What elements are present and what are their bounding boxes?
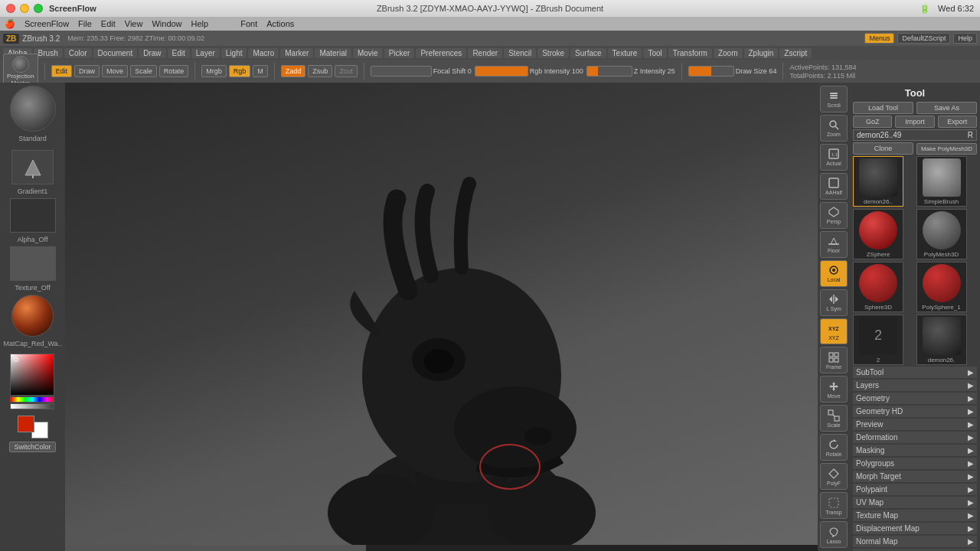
canvas-area[interactable] [65,83,818,551]
menu-zplugin[interactable]: Zplugin [744,48,779,58]
menu-render[interactable]: Render [468,48,502,58]
menu-actions[interactable]: Actions [266,19,294,28]
menu-stencil[interactable]: Stencil [504,48,536,58]
tool-thumb-2[interactable]: 2 2 [853,315,903,365]
goz-button[interactable]: GoZ [853,116,892,128]
menu-document[interactable]: Document [93,48,138,58]
alpha-swatch[interactable] [10,198,56,233]
zadd-button[interactable]: Zadd [281,65,306,77]
menus-button[interactable]: Menus [864,33,894,44]
menu-file[interactable]: File [78,19,92,28]
menu-zoom[interactable]: Zoom [714,48,743,58]
floor-button[interactable]: Floor [820,231,848,258]
uvmap-section[interactable]: UV Map ▶ [853,497,977,508]
polygroups-section[interactable]: Polygroups ▶ [853,458,977,469]
save-as-button[interactable]: Save As [916,102,977,114]
move-button[interactable]: Move [102,65,128,77]
rgb-button[interactable]: Rgb [229,65,251,77]
menu-transform[interactable]: Transform [668,48,712,58]
layers-section[interactable]: Layers ▶ [853,380,977,391]
zoom-button[interactable]: Zoom [820,115,848,142]
geometry-section[interactable]: Geometry ▶ [853,393,977,404]
persp-button[interactable]: Persp [820,202,848,229]
menu-draw[interactable]: Draw [139,48,165,58]
menu-zscript[interactable]: Zscript [779,48,812,58]
menu-marker[interactable]: Marker [280,48,313,58]
minimize-button[interactable] [20,4,29,13]
menu-stroke[interactable]: Stroke [537,48,569,58]
load-tool-button[interactable]: Load Tool [853,102,913,114]
menu-preferences[interactable]: Preferences [416,48,466,58]
zsub-button[interactable]: Zsub [308,65,332,77]
m-button[interactable]: M [253,65,268,77]
morph-target-section[interactable]: Morph Target ▶ [853,471,977,482]
menu-material[interactable]: Material [315,48,351,58]
rotate-button[interactable]: Rotate [159,65,189,77]
menu-apple[interactable]: 🍎 [5,19,15,29]
subtool-section[interactable]: SubTool ▶ [853,367,977,378]
polypaint-section[interactable]: Polypaint ▶ [853,484,977,495]
menu-surface[interactable]: Surface [570,48,606,58]
menu-font[interactable]: Font [240,19,257,28]
xyz-button[interactable]: XYZ XYZ [820,318,848,345]
mac-window-controls[interactable] [6,4,43,13]
help-button[interactable]: Help [953,33,977,44]
scale-button[interactable]: Scale [130,65,157,77]
actual-button[interactable]: 1:1 Actual [820,144,848,171]
menu-window[interactable]: Window [152,19,181,28]
normal-map-section[interactable]: Normal Map ▶ [853,536,977,547]
default-script-button[interactable]: DefaultZScript [897,33,950,44]
fg-bg-colors[interactable] [18,416,48,439]
menu-color[interactable]: Color [64,48,92,58]
lasso-button[interactable]: Lasso [820,521,848,548]
menu-macro[interactable]: Macro [248,48,279,58]
frame-button[interactable]: Frame [820,347,848,373]
rotate-side-button[interactable]: Rotate [820,434,848,461]
focal-shift-slider[interactable]: Focal Shift 0 [371,66,472,77]
gradient-swatch[interactable] [11,150,54,184]
export-button[interactable]: Export [938,116,977,128]
z-intensity-slider[interactable]: Z Intensity 25 [586,66,675,77]
zcut-button[interactable]: Zcut [335,65,358,77]
move-side-button[interactable]: Move [820,376,848,403]
scale-side-button[interactable]: Scale [820,405,848,432]
deformation-section[interactable]: Deformation ▶ [853,432,977,443]
make-polymesh3d-button[interactable]: Make PolyMesh3D [916,143,977,155]
aahalf-button[interactable]: AAHalf [820,173,848,200]
masking-section[interactable]: Masking ▶ [853,445,977,456]
tool-thumb-demon26[interactable]: demon26.. [853,156,903,207]
menu-layer[interactable]: Layer [191,48,220,58]
polyf-button[interactable]: PolyF [820,463,848,490]
menu-help[interactable]: Help [191,19,209,28]
menu-screenflow[interactable]: ScreenFlow [24,19,69,28]
draw-size-slider[interactable]: Draw Size 64 [688,66,777,77]
menu-edit-zb[interactable]: Edit [168,48,190,58]
rgb-intensity-slider[interactable]: Rgb Intensity 100 [475,66,583,77]
menu-edit[interactable]: Edit [101,19,116,28]
foreground-color-box[interactable] [18,416,34,432]
tool-thumb-simplebrush[interactable]: SimpleBrush [916,156,967,207]
tool-thumb-polymesh3d[interactable]: PolyMesh3D [916,209,967,259]
preview-section[interactable]: Preview ▶ [853,419,977,430]
menu-tool[interactable]: Tool [643,48,666,58]
import-button[interactable]: Import [895,116,934,128]
texture-swatch[interactable] [10,246,56,281]
edit-button[interactable]: Edit [51,65,73,77]
transp-button[interactable]: Transp [820,492,848,519]
switch-color-button[interactable]: SwitchColor [9,442,55,452]
menu-view[interactable]: View [125,19,143,28]
lsym-button[interactable]: L Sym [820,289,848,316]
displacement-map-section[interactable]: Displacement Map ▶ [853,523,977,534]
scroll-button[interactable]: Scroll [820,86,848,112]
menu-movie[interactable]: Movie [353,48,383,58]
tool-thumb-zsphere[interactable]: ZSphere [853,209,903,259]
clone-button[interactable]: Clone [853,142,913,155]
texture-map-section[interactable]: Texture Map ▶ [853,510,977,521]
menu-light[interactable]: Light [221,48,247,58]
tool-thumb-demon26b[interactable]: demon26. [916,315,967,365]
tool-thumb-sphere3d[interactable]: Sphere3D [853,262,903,312]
mrgb-button[interactable]: Mrgb [201,65,227,77]
maximize-button[interactable] [34,4,43,13]
matcap-swatch[interactable] [11,295,54,337]
close-button[interactable] [6,4,15,13]
